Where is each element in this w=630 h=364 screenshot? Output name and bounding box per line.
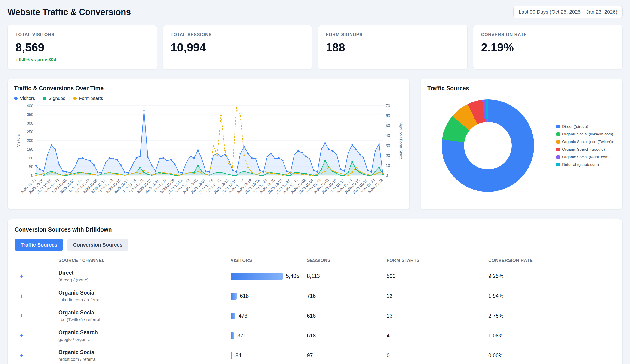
conversion-rate-value: 2.75%: [488, 313, 616, 319]
expand-row-button[interactable]: +: [20, 313, 24, 319]
source-channel: (direct) / (none): [58, 277, 231, 283]
kpi-row: TOTAL VISITORS 8,569 ↑ 9.9% vs prev 30d …: [8, 25, 622, 69]
table-row: +Direct(direct) / (none)5,4058,1135009.2…: [14, 266, 616, 286]
source-channel: t.co (Twitter) / referral: [58, 317, 231, 322]
kpi-value: 2.19%: [481, 41, 615, 54]
expand-cell: +: [14, 333, 58, 339]
svg-text:20: 20: [386, 154, 390, 158]
legend-label: Visitors: [20, 96, 35, 101]
legend-label: Organic Social (t.co (Twitter)): [562, 140, 613, 144]
page-header: Website Traffic & Conversions Last 90 Da…: [8, 6, 622, 18]
dashboard-page: Website Traffic & Conversions Last 90 Da…: [0, 0, 630, 364]
visitors-value: 473: [238, 313, 247, 319]
kpi-label: TOTAL SESSIONS: [171, 32, 304, 37]
legend-swatch-icon: [556, 125, 560, 128]
chart-title: Traffic Sources: [427, 85, 616, 92]
legend-label: Signups: [48, 96, 65, 101]
legend-swatch-icon: [556, 155, 560, 159]
source-channel: google / organic: [58, 337, 231, 342]
svg-text:100: 100: [27, 156, 33, 161]
kpi-label: FORM SIGNUPS: [326, 32, 460, 37]
svg-text:200: 200: [27, 139, 33, 143]
legend-label: Form Starts: [79, 96, 103, 101]
date-range-badge[interactable]: Last 90 Days (Oct 25, 2025 – Jan 23, 202…: [513, 6, 622, 18]
svg-text:60: 60: [386, 114, 390, 118]
legend-item-visitors: Visitors: [14, 96, 35, 101]
legend-label: Organic Social (linkedin.com): [562, 132, 613, 137]
svg-text:50: 50: [29, 165, 33, 169]
kpi-card-conversion-rate: CONVERSION RATE 2.19%: [473, 25, 623, 69]
table-row: +Organic Sociallinkedin.com / referral61…: [14, 286, 616, 306]
kpi-label: CONVERSION RATE: [481, 32, 615, 37]
kpi-card-total-visitors: TOTAL VISITORS 8,569 ↑ 9.9% vs prev 30d: [8, 25, 157, 69]
drilldown-title: Conversion Sources with Drilldown: [14, 226, 616, 233]
donut-hole: [464, 122, 512, 170]
expand-cell: +: [14, 293, 58, 299]
form-starts-value: 4: [387, 333, 488, 339]
expand-cell: +: [14, 313, 58, 319]
page-title: Website Traffic & Conversions: [8, 7, 131, 17]
legend-label: Organic Social (reddit.com): [562, 155, 610, 160]
drilldown-table-body: +Direct(direct) / (none)5,4058,1135009.2…: [14, 266, 616, 364]
kpi-value: 10,994: [171, 41, 304, 54]
source-cell: Organic Searchgoogle / organic: [58, 329, 231, 342]
svg-text:0: 0: [31, 173, 33, 178]
svg-text:Visitors: Visitors: [16, 134, 20, 147]
svg-text:250: 250: [27, 130, 33, 134]
form-starts-value: 13: [387, 313, 488, 319]
tab-traffic-sources[interactable]: Traffic Sources: [14, 239, 63, 251]
visitors-value: 371: [237, 333, 246, 339]
traffic-sources-donut: [442, 99, 534, 192]
legend-item-form-starts: Form Starts: [73, 96, 103, 101]
expand-cell: +: [14, 273, 58, 279]
visitors-cell: 473: [231, 313, 307, 320]
conversion-rate-value: 9.25%: [488, 273, 616, 279]
conversion-rate-value: 1.08%: [488, 333, 616, 339]
svg-text:30: 30: [386, 144, 390, 148]
legend-dot-icon: [14, 97, 18, 100]
svg-text:50: 50: [386, 124, 390, 128]
header-sessions: SESSIONS: [307, 258, 387, 263]
expand-row-button[interactable]: +: [20, 293, 24, 299]
expand-row-button[interactable]: +: [20, 332, 24, 339]
donut-legend-item: Direct ((direct)): [556, 124, 613, 129]
header-visitors: VISITORS: [231, 258, 307, 263]
header-conversion-rate: CONVERSION RATE: [488, 258, 616, 263]
header-form-starts: FORM STARTS: [387, 258, 488, 263]
table-row: +Organic Socialreddit.com / referral8497…: [14, 346, 616, 364]
visitors-cell: 618: [231, 293, 307, 300]
expand-row-button[interactable]: +: [20, 273, 24, 279]
header-source-channel: SOURCE / CHANNEL: [58, 258, 231, 263]
conversion-rate-value: 1.94%: [488, 293, 616, 299]
svg-text:70: 70: [386, 104, 390, 108]
expand-row-button[interactable]: +: [20, 352, 24, 359]
drilldown-card: Conversion Sources with Drilldown Traffi…: [8, 219, 622, 364]
visitors-cell: 5,405: [231, 273, 307, 280]
visitors-bar: [231, 293, 237, 300]
legend-dot-icon: [73, 97, 77, 100]
source-name: Organic Social: [58, 290, 231, 296]
charts-row: Traffic & Conversions Over Time Visitors…: [8, 79, 622, 209]
kpi-card-total-sessions: TOTAL SESSIONS 10,994: [163, 25, 312, 69]
svg-text:150: 150: [27, 147, 33, 152]
sessions-value: 8,113: [307, 273, 387, 279]
table-row: +Organic Searchgoogle / organic37161841.…: [14, 326, 616, 346]
svg-text:10: 10: [386, 164, 390, 168]
legend-label: Referral (github.com): [562, 163, 599, 167]
svg-text:300: 300: [27, 121, 33, 126]
source-cell: Direct(direct) / (none): [58, 270, 231, 283]
traffic-over-time-card: Traffic & Conversions Over Time Visitors…: [8, 79, 410, 209]
source-cell: Organic Sociallinkedin.com / referral: [58, 290, 231, 302]
sessions-value: 618: [307, 333, 387, 339]
svg-text:40: 40: [386, 133, 390, 138]
form-starts-value: 500: [387, 273, 488, 279]
table-header: SOURCE / CHANNEL VISITORS SESSIONS FORM …: [14, 254, 616, 266]
legend-item-signups: Signups: [43, 96, 65, 101]
visitors-bar: [231, 352, 232, 359]
tab-conversion-sources[interactable]: Conversion Sources: [67, 239, 128, 251]
sessions-value: 97: [307, 353, 387, 359]
svg-text:400: 400: [27, 104, 33, 108]
svg-text:0: 0: [386, 173, 388, 178]
visitors-bar: [231, 332, 234, 339]
source-cell: Organic Socialreddit.com / referral: [58, 349, 231, 362]
